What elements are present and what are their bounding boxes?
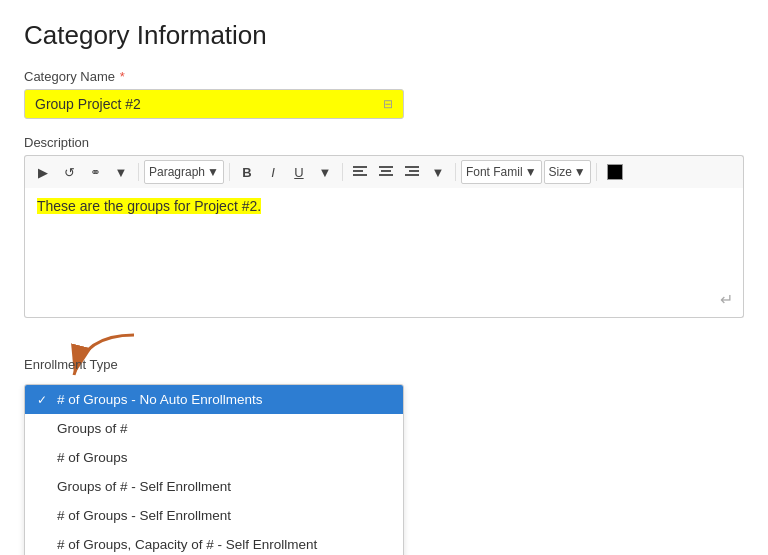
page-title: Category Information bbox=[24, 20, 744, 51]
svg-rect-1 bbox=[353, 170, 363, 172]
dropdown-item-2[interactable]: # of Groups bbox=[25, 443, 403, 472]
svg-rect-2 bbox=[353, 174, 367, 176]
dropdown-item-3[interactable]: Groups of # - Self Enrollment bbox=[25, 472, 403, 501]
enrollment-label: Enrollment Type bbox=[24, 356, 118, 372]
color-swatch bbox=[607, 164, 623, 180]
divider-2 bbox=[229, 163, 230, 181]
arrow-container: Enrollment Type bbox=[24, 330, 744, 380]
rich-text-content: These are the groups for Project #2. bbox=[37, 198, 261, 214]
align-right-button[interactable] bbox=[400, 160, 424, 184]
enrollment-section: Enrollment Type ✓ # of Groups - No Auto … bbox=[24, 330, 744, 555]
description-section: Description ▶ ↺ ⚭ ▼ Paragraph ▼ B I U ▼ … bbox=[24, 135, 744, 318]
link-dropdown-button[interactable]: ▼ bbox=[109, 160, 133, 184]
video-button[interactable]: ▶ bbox=[31, 160, 55, 184]
align-center-button[interactable] bbox=[374, 160, 398, 184]
format-dropdown-button[interactable]: ▼ bbox=[313, 160, 337, 184]
paragraph-dropdown[interactable]: Paragraph ▼ bbox=[144, 160, 224, 184]
align-left-button[interactable] bbox=[348, 160, 372, 184]
rtl-icon: ↵ bbox=[720, 290, 733, 309]
divider-4 bbox=[455, 163, 456, 181]
divider-5 bbox=[596, 163, 597, 181]
rich-text-body[interactable]: These are the groups for Project #2. ↵ bbox=[24, 188, 744, 318]
rich-text-toolbar: ▶ ↺ ⚭ ▼ Paragraph ▼ B I U ▼ ▼ Font Famil… bbox=[24, 155, 744, 188]
link-button[interactable]: ⚭ bbox=[83, 160, 107, 184]
enrollment-dropdown[interactable]: ✓ # of Groups - No Auto Enrollments Grou… bbox=[24, 384, 404, 555]
divider-1 bbox=[138, 163, 139, 181]
image-button[interactable]: ↺ bbox=[57, 160, 81, 184]
color-picker[interactable] bbox=[602, 160, 628, 184]
italic-button[interactable]: I bbox=[261, 160, 285, 184]
svg-rect-0 bbox=[353, 166, 367, 168]
category-name-label: Category Name * bbox=[24, 69, 744, 84]
align-dropdown-button[interactable]: ▼ bbox=[426, 160, 450, 184]
font-family-dropdown[interactable]: Font Famil ▼ bbox=[461, 160, 542, 184]
category-name-input-wrapper[interactable]: ⊟ bbox=[24, 89, 404, 119]
svg-rect-9 bbox=[409, 170, 419, 172]
dropdown-item-0[interactable]: ✓ # of Groups - No Auto Enrollments bbox=[25, 385, 403, 414]
dropdown-item-1[interactable]: Groups of # bbox=[25, 414, 403, 443]
bold-button[interactable]: B bbox=[235, 160, 259, 184]
category-name-field: Category Name * ⊟ bbox=[24, 69, 744, 119]
check-icon: ✓ bbox=[37, 393, 51, 407]
dropdown-item-4[interactable]: # of Groups - Self Enrollment bbox=[25, 501, 403, 530]
svg-rect-8 bbox=[405, 166, 419, 168]
divider-3 bbox=[342, 163, 343, 181]
svg-rect-4 bbox=[379, 166, 393, 168]
svg-rect-5 bbox=[381, 170, 391, 172]
category-name-input[interactable] bbox=[35, 96, 377, 112]
description-label: Description bbox=[24, 135, 744, 150]
clear-icon: ⊟ bbox=[383, 97, 393, 111]
dropdown-item-5[interactable]: # of Groups, Capacity of # - Self Enroll… bbox=[25, 530, 403, 555]
underline-button[interactable]: U bbox=[287, 160, 311, 184]
svg-rect-10 bbox=[405, 174, 419, 176]
svg-rect-6 bbox=[379, 174, 393, 176]
font-size-dropdown[interactable]: Size ▼ bbox=[544, 160, 591, 184]
